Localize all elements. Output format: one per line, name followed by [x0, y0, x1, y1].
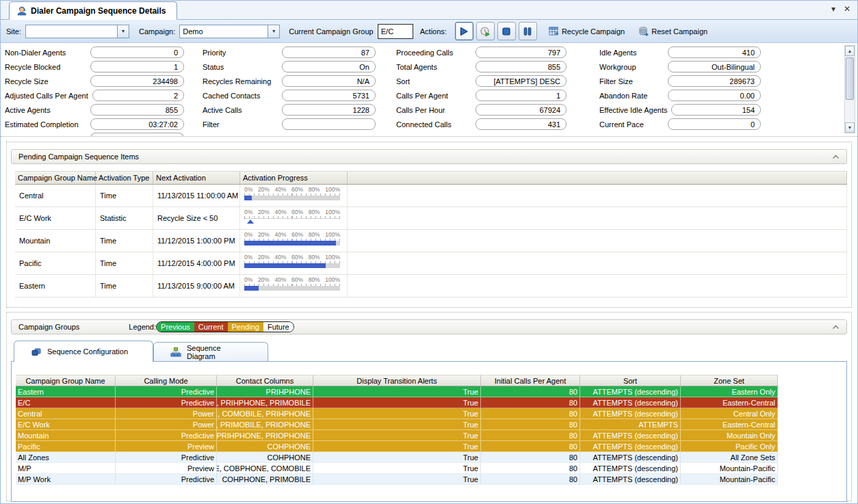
campaign-select[interactable]: Demo ▼ — [179, 25, 280, 38]
progress-bar — [244, 196, 340, 200]
campaign-group-row[interactable]: PacificPreviewCOHPHONETrue80ATTEMPTS (de… — [16, 441, 778, 452]
scrollbar-thumb[interactable] — [846, 57, 854, 100]
campaign-group-row[interactable]: M/P WorkPredictiveCOHPHONE, PRIMOBILETru… — [16, 474, 778, 485]
stat-value-box: 0.00 — [668, 90, 761, 101]
column-header[interactable]: Display Transition Alerts — [313, 375, 481, 386]
sort-cell: ATTEMPTS (descending) — [580, 397, 681, 408]
stat-label: Effective Idle Agents — [599, 106, 671, 114]
progress-scale-labels: 0%20%40%60%80%100% — [244, 232, 340, 238]
stat-label: Cached Contacts — [203, 92, 282, 100]
stat-label: Recycle Size — [5, 77, 90, 85]
reset-campaign-button[interactable]: Reset Campaign — [635, 23, 711, 40]
calling-mode-cell: Predictive — [116, 452, 217, 462]
legend-label: Legend: — [129, 323, 156, 331]
tab-list-icon[interactable]: ▾ — [831, 3, 835, 14]
group-name-cell: Pacific — [16, 441, 116, 451]
campaign-group-row[interactable]: CentralPowerOBPHONE, COMOBILE, PRIHPHONE… — [16, 408, 778, 419]
recycle-campaign-button[interactable]: Recycle Campaign — [545, 23, 628, 40]
activation-progress-cell: 0%20%40%60%80%100% — [240, 230, 348, 252]
pending-table: Campaign Group NameActivation TypeNext A… — [15, 171, 847, 297]
progress-bar-fill — [244, 196, 252, 200]
campaign-group-row[interactable]: M/PPreviewOHPHONE, COBPHONE, COMOBILETru… — [16, 463, 778, 474]
zone-set-cell: Mountain-Pacific — [681, 474, 778, 484]
current-campaign-group-input[interactable]: E/C — [378, 24, 413, 39]
stat-value-box: 1 — [476, 90, 567, 101]
activation-progress-cell: 0%20%40%60%80%100% — [240, 275, 348, 297]
stat-label: Recycles Remaining — [203, 77, 282, 85]
stat-label: Active Calls — [203, 106, 282, 114]
stat-label: Proceeding Calls — [396, 49, 476, 57]
progress-bar — [244, 263, 340, 268]
stat-label: Idle Agents — [599, 49, 668, 57]
column-header[interactable]: Activation Type — [96, 172, 153, 184]
chevron-down-icon[interactable]: ▼ — [268, 25, 279, 38]
stat-label: Adjusted Calls Per Agent — [5, 92, 92, 100]
close-icon[interactable]: ✕ — [844, 3, 850, 14]
column-header[interactable]: Calling Mode — [116, 375, 217, 386]
group-name-cell: Central — [16, 408, 116, 419]
zone-set-cell: Eastern Only — [681, 386, 778, 397]
scheduled-start-button[interactable] — [476, 22, 495, 40]
scrollbar-down-icon[interactable]: ▼ — [845, 122, 855, 133]
sequence-configuration-content: Campaign Group NameCalling ModeContact C… — [11, 361, 847, 502]
stat-value-box: 289673 — [668, 75, 761, 87]
zone-set-cell: Eastern-Central — [681, 397, 778, 408]
pending-row[interactable]: MountainTime11/12/2015 1:00:00 PM0%20%40… — [15, 230, 847, 252]
calling-mode-cell: Predictive — [116, 386, 217, 397]
stat-label: Estimated Completion — [5, 120, 90, 129]
stat-value-box: N/A — [282, 75, 376, 87]
stat-value-box: 87 — [282, 47, 376, 58]
campaign-group-row[interactable]: EasternPredictivePRIHPHONETrue80ATTEMPTS… — [16, 386, 778, 397]
pending-row[interactable]: E/C WorkStatisticRecycle Size < 500%20%4… — [15, 207, 847, 230]
progress-scale-labels: 0%20%40%60%80%100% — [244, 277, 340, 283]
collapse-chevron-icon[interactable] — [832, 155, 840, 159]
sort-cell: ATTEMPTS (descending) — [580, 474, 681, 484]
collapse-chevron-icon[interactable] — [832, 325, 840, 330]
sort-cell: ATTEMPTS (descending) — [580, 452, 681, 462]
column-header[interactable]: Contact Columns — [217, 375, 313, 386]
column-header[interactable]: Sort — [580, 375, 681, 386]
campaign-group-row[interactable]: E/CPredictiveHPHONE, PRIHPHONE, PRIMOBIL… — [16, 397, 778, 408]
stat-field: Adjusted Calls Per Agent2 — [5, 90, 184, 101]
stats-scrollbar[interactable]: ▲ ▼ — [844, 45, 855, 133]
activation-type-cell: Time — [96, 185, 153, 207]
column-header[interactable]: Activation Progress — [240, 172, 348, 184]
tab-sequence-configuration[interactable]: Sequence Configuration — [14, 341, 153, 362]
chevron-down-icon[interactable]: ▼ — [117, 25, 129, 38]
activation-progress-cell: 0%20%40%60%80%100% — [240, 207, 348, 229]
pause-campaign-button[interactable] — [519, 22, 537, 40]
pending-row[interactable]: EasternTime11/13/2015 9:00:00 AM0%20%40%… — [15, 275, 847, 297]
start-campaign-button[interactable] — [455, 22, 473, 40]
tab-sequence-diagram[interactable]: Sequence Diagram — [153, 342, 268, 361]
column-header[interactable]: Campaign Group Name — [16, 375, 116, 386]
calling-mode-cell: Predictive — [116, 430, 217, 440]
recycle-grid-icon — [549, 26, 560, 37]
group-name-cell: E/C — [16, 397, 116, 408]
stat-field: Active Agents855 — [5, 104, 184, 116]
pending-section-header[interactable]: Pending Campaign Sequence Items — [11, 149, 847, 164]
column-header[interactable]: Next Activation — [153, 172, 240, 184]
pending-row[interactable]: CentralTime11/13/2015 11:00:00 AM0%20%40… — [15, 185, 847, 207]
scrollbar-up-icon[interactable]: ▲ — [845, 46, 855, 56]
stat-value-box: 03:27:02 — [90, 118, 184, 130]
transition-alerts-cell: True — [313, 441, 481, 451]
tab-dialer-campaign-sequence-details[interactable]: Dialer Campaign Sequence Details — [9, 1, 177, 20]
initial-calls-cell: 80 — [481, 386, 580, 397]
row-filler — [348, 252, 847, 274]
campaign-group-row[interactable]: MountainPredictivePRIHPHONE, PRIOPHONETr… — [16, 430, 778, 441]
column-header[interactable]: Initial Calls Per Agent — [481, 375, 580, 386]
stop-campaign-button[interactable] — [497, 22, 516, 40]
stat-field: Idle Agents410 — [599, 47, 761, 58]
campaign-groups-header[interactable]: Campaign Groups Legend: PreviousCurrentP… — [11, 319, 847, 334]
pending-row[interactable]: PacificTime11/12/2015 4:00:00 PM0%20%40%… — [15, 252, 847, 275]
campaign-group-row[interactable]: All ZonesPredictiveCOHPHONETrue80ATTEMPT… — [16, 452, 778, 463]
stat-value-box: 797 — [476, 47, 567, 58]
stat-value-box: 2 — [92, 90, 184, 101]
campaign-label: Campaign: — [139, 27, 175, 36]
campaign-group-row[interactable]: E/C WorkPowerHPHONE, PRIMOBILE, PRIOPHON… — [16, 419, 778, 430]
column-header[interactable]: Campaign Group Name — [15, 172, 96, 184]
calling-mode-cell: Predictive — [116, 397, 217, 408]
column-header[interactable]: Zone Set — [681, 375, 778, 386]
stat-value-box: 855 — [90, 104, 184, 116]
site-select[interactable]: ▼ — [25, 25, 129, 38]
